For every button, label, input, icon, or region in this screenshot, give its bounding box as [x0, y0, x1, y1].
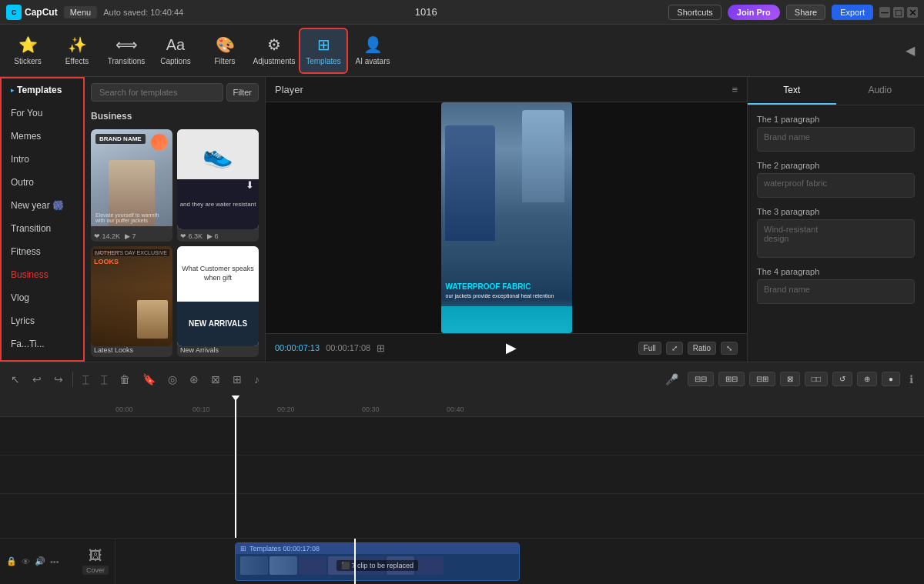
- filter-button-tl[interactable]: ⊛: [185, 370, 203, 389]
- ratio-button[interactable]: Ratio: [688, 342, 716, 355]
- right-panel: Text Audio The 1 paragraph Brand name Th…: [747, 77, 924, 362]
- tl-icon-8[interactable]: ●: [882, 372, 900, 386]
- clip-playhead: [354, 539, 356, 584]
- player-menu-icon[interactable]: ≡: [732, 84, 738, 95]
- close-button[interactable]: ✕: [907, 7, 918, 18]
- sidebar-header: ▸ Templates: [2, 78, 83, 102]
- sidebar-item-intro[interactable]: Intro: [2, 148, 83, 171]
- menu-button[interactable]: Menu: [64, 6, 98, 18]
- info-button[interactable]: ℹ: [905, 370, 918, 389]
- playhead-triangle: [231, 395, 240, 401]
- download-icon: ⬇: [246, 179, 254, 191]
- template-name-arrivals: New Arrivals: [177, 346, 259, 357]
- capcut-icon: C: [6, 5, 22, 20]
- tool-filters[interactable]: 🎨 Filters: [200, 28, 249, 74]
- share-button[interactable]: Share: [786, 5, 825, 20]
- bookmark-button[interactable]: 🔖: [138, 370, 160, 389]
- sidebar-item-transition[interactable]: Transition: [2, 217, 83, 240]
- sidebar-item-memes[interactable]: Memes: [2, 125, 83, 148]
- timeline-toolbar: ↖ ↩ ↪ ⌶ ⌶ 🗑 🔖 ◎ ⊛ ⊠ ⊞ ♪ 🎤 ⊟⊟ ⊞⊟ ⊟⊞ ⊠ □□ …: [0, 362, 924, 395]
- tl-icon-2[interactable]: ⊞⊟: [718, 372, 745, 386]
- sidebar-item-new-year[interactable]: New year 🎆: [2, 194, 83, 217]
- tl-icon-3[interactable]: ⊟⊞: [749, 372, 775, 386]
- templates-panel: Filter Business BRAND NAME Elevate yours…: [85, 77, 266, 362]
- template-clip[interactable]: ⊞ Templates 00:00:17:08 ⬛ 7 clip to be r…: [235, 542, 520, 581]
- sidebar-item-outro[interactable]: Outro: [2, 171, 83, 194]
- expand-button[interactable]: ⤡: [721, 342, 738, 355]
- tool-templates[interactable]: ⊞ Templates: [299, 28, 348, 74]
- paragraph-1-input[interactable]: Brand name: [757, 127, 915, 152]
- audio-button-tl[interactable]: ♪: [249, 370, 264, 389]
- video-subtitle: our jackets provide exceptional heat ret…: [446, 293, 567, 299]
- tl-icon-7[interactable]: ⊕: [857, 372, 877, 386]
- join-pro-button[interactable]: Join Pro: [728, 5, 780, 20]
- minimize-button[interactable]: ─: [879, 7, 890, 18]
- export-button[interactable]: Export: [832, 5, 873, 20]
- brand-name-overlay: BRAND NAME: [95, 134, 146, 144]
- tool-adjustments[interactable]: ⚙ Adjustments: [249, 28, 299, 74]
- split-button-2[interactable]: ⌶: [96, 370, 112, 389]
- tab-text[interactable]: Text: [748, 77, 836, 105]
- template-name-latest: Latest Looks: [91, 346, 172, 357]
- play-button[interactable]: ▶: [506, 339, 517, 356]
- template-stats-puffer: ❤ 14.2K ▶ 7: [91, 229, 172, 242]
- template-card-arrivals[interactable]: What Customer speakswhen gift NEW ARRIVA…: [177, 246, 259, 357]
- stickers-icon: ⭐: [18, 35, 38, 54]
- target-button[interactable]: ◎: [163, 370, 182, 389]
- tab-audio[interactable]: Audio: [836, 77, 925, 105]
- mic-button[interactable]: 🎤: [661, 370, 683, 389]
- section-label: Business: [85, 108, 265, 125]
- paragraph-3-input[interactable]: Wind-resistantdesign: [757, 219, 915, 258]
- tool-stickers[interactable]: ⭐ Stickers: [3, 28, 52, 74]
- filter-button[interactable]: Filter: [226, 83, 259, 102]
- ruler-mark-4: 00:40: [447, 395, 464, 416]
- sidebar-item-business[interactable]: Business: [2, 263, 83, 286]
- tl-icon-4[interactable]: ⊠: [780, 372, 800, 386]
- template-card-latest[interactable]: LATESTLOOKS MOTHER'S DAY EXCLUSIVE Lates…: [91, 246, 172, 357]
- more-button[interactable]: •••: [50, 557, 59, 566]
- sidebar-item-vlog[interactable]: Vlog: [2, 286, 83, 309]
- tl-right-btns: 🎤 ⊟⊟ ⊞⊟ ⊟⊞ ⊠ □□ ↺ ⊕ ● ℹ: [661, 370, 918, 389]
- redo-button[interactable]: ↪: [49, 370, 68, 389]
- logo: C CapCut: [6, 5, 58, 20]
- tool-captions[interactable]: Aa Captions: [151, 28, 200, 74]
- tool-ai-avatars[interactable]: 👤 AI avatars: [348, 28, 397, 74]
- sidebar-item-for-you[interactable]: For You: [2, 102, 83, 125]
- paragraph-2-input[interactable]: waterproof fabric: [757, 173, 915, 198]
- delete-button[interactable]: 🗑: [115, 370, 135, 389]
- cover-control: 🖼 Cover: [82, 548, 109, 575]
- tl-icon-5[interactable]: □□: [805, 372, 828, 386]
- split-button[interactable]: ⌶: [78, 370, 93, 389]
- full-button[interactable]: Full: [638, 342, 661, 355]
- paragraph-4-input[interactable]: Brand name: [757, 279, 915, 304]
- eye-button[interactable]: 👁: [22, 557, 30, 566]
- sidebar-item-more[interactable]: Fa...Ti...: [2, 332, 83, 355]
- adjustments-icon: ⚙: [267, 35, 281, 54]
- tool-transitions[interactable]: ⟺ Transitions: [102, 28, 151, 74]
- toolbar: ⭐ Stickers ✨ Effects ⟺ Transitions Aa Ca…: [0, 25, 924, 77]
- fit-button[interactable]: ⤢: [666, 342, 683, 355]
- template-stats-creative: ❤ 6.3K ▶ 6: [177, 229, 259, 242]
- shortcuts-button[interactable]: Shortcuts: [668, 5, 721, 20]
- sneaker-top: 👟: [177, 129, 259, 179]
- toolbar-collapse-button[interactable]: ◀: [899, 40, 921, 61]
- timeline-ruler: 00:00 00:10 00:20 00:30 00:40: [0, 395, 924, 417]
- player-controls: 00:00:07:13 00:00:17:08 ⊞ ▶ Full ⤢ Ratio…: [266, 333, 747, 362]
- template-card-creative[interactable]: 👟 and they are water resistant ⬇ ❤ 6.3K …: [177, 129, 259, 242]
- transform-button[interactable]: ⊞: [228, 370, 246, 389]
- app-name: CapCut: [25, 7, 58, 18]
- ruler-mark-3: 00:30: [362, 395, 380, 416]
- select-tool-button[interactable]: ↖: [6, 370, 25, 389]
- search-input[interactable]: [91, 83, 223, 102]
- template-card-puffer[interactable]: BRAND NAME Elevate yourself to warmth wi…: [91, 129, 172, 242]
- lock-button[interactable]: 🔒: [6, 556, 17, 566]
- tl-icon-1[interactable]: ⊟⊟: [688, 372, 714, 386]
- sidebar-item-lyrics[interactable]: Lyrics: [2, 309, 83, 332]
- sidebar-item-fitness[interactable]: Fitness: [2, 240, 83, 263]
- maximize-button[interactable]: □: [893, 7, 904, 18]
- undo-button[interactable]: ↩: [28, 370, 46, 389]
- crop-button[interactable]: ⊠: [206, 370, 225, 389]
- audio-track-button[interactable]: 🔊: [35, 556, 45, 566]
- tool-effects[interactable]: ✨ Effects: [52, 28, 102, 74]
- tl-icon-6[interactable]: ↺: [832, 372, 852, 386]
